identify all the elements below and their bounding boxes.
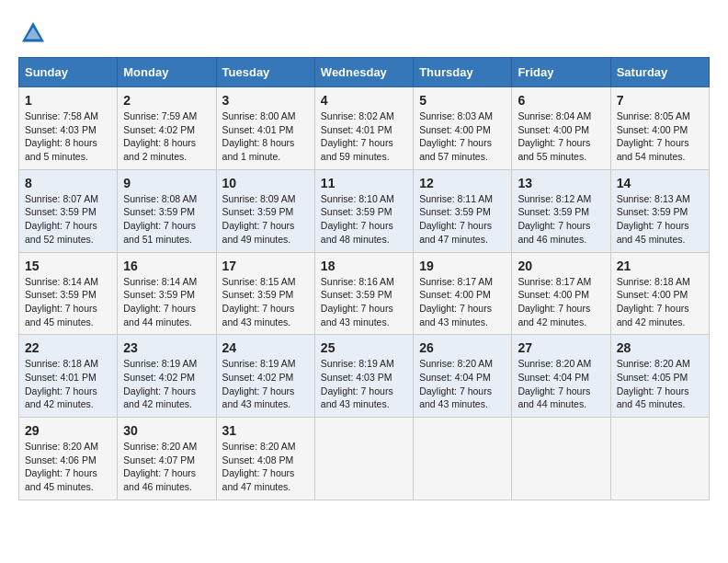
day-number: 4: [321, 93, 407, 108]
calendar-cell: 16Sunrise: 8:14 AMSunset: 3:59 PMDayligh…: [118, 252, 216, 335]
calendar-cell: 27Sunrise: 8:20 AMSunset: 4:04 PMDayligh…: [512, 335, 610, 418]
day-number: 8: [25, 176, 111, 190]
logo: [18, 18, 51, 48]
header-friday: Friday: [512, 58, 610, 87]
day-info: Sunrise: 8:15 AMSunset: 3:59 PMDaylight:…: [222, 275, 309, 329]
day-info: Sunrise: 8:08 AMSunset: 3:59 PMDaylight:…: [123, 192, 210, 247]
day-info: Sunrise: 8:20 AMSunset: 4:07 PMDaylight:…: [123, 440, 210, 494]
calendar-week-row: 22Sunrise: 8:18 AMSunset: 4:01 PMDayligh…: [19, 335, 710, 418]
logo-icon: [18, 18, 48, 48]
day-info: Sunrise: 8:09 AMSunset: 3:59 PMDaylight:…: [222, 192, 309, 247]
calendar-cell: 15Sunrise: 8:14 AMSunset: 3:59 PMDayligh…: [19, 252, 118, 335]
calendar-cell: 30Sunrise: 8:20 AMSunset: 4:07 PMDayligh…: [118, 418, 216, 500]
day-info: Sunrise: 8:19 AMSunset: 4:02 PMDaylight:…: [222, 357, 309, 411]
calendar-cell: 2Sunrise: 7:59 AMSunset: 4:02 PMDaylight…: [118, 87, 216, 170]
calendar-cell: 24Sunrise: 8:19 AMSunset: 4:02 PMDayligh…: [216, 335, 314, 418]
day-number: 22: [25, 340, 111, 355]
day-info: Sunrise: 8:14 AMSunset: 3:59 PMDaylight:…: [123, 275, 210, 329]
day-number: 24: [222, 340, 309, 355]
day-number: 12: [419, 176, 506, 190]
day-info: Sunrise: 8:04 AMSunset: 4:00 PMDaylight:…: [518, 109, 604, 164]
calendar-cell: 10Sunrise: 8:09 AMSunset: 3:59 PMDayligh…: [216, 169, 314, 252]
day-info: Sunrise: 8:20 AMSunset: 4:05 PMDaylight:…: [617, 357, 703, 411]
day-info: Sunrise: 8:05 AMSunset: 4:00 PMDaylight:…: [617, 109, 703, 164]
header-thursday: Thursday: [414, 58, 512, 87]
day-number: 16: [123, 259, 210, 273]
day-info: Sunrise: 7:58 AMSunset: 4:03 PMDaylight:…: [25, 109, 111, 164]
calendar-week-row: 1Sunrise: 7:58 AMSunset: 4:03 PMDaylight…: [19, 87, 710, 170]
day-info: Sunrise: 8:16 AMSunset: 3:59 PMDaylight:…: [321, 275, 407, 329]
day-number: 13: [518, 176, 604, 190]
day-info: Sunrise: 8:03 AMSunset: 4:00 PMDaylight:…: [419, 109, 506, 164]
day-number: 14: [617, 176, 703, 190]
day-number: 6: [518, 93, 604, 108]
day-info: Sunrise: 8:12 AMSunset: 3:59 PMDaylight:…: [518, 192, 604, 247]
calendar-cell: 22Sunrise: 8:18 AMSunset: 4:01 PMDayligh…: [19, 335, 118, 418]
day-info: Sunrise: 8:20 AMSunset: 4:08 PMDaylight:…: [222, 440, 309, 494]
day-number: 25: [321, 340, 407, 355]
calendar-cell: [314, 418, 413, 500]
calendar-week-row: 29Sunrise: 8:20 AMSunset: 4:06 PMDayligh…: [19, 418, 710, 500]
day-number: 30: [123, 423, 210, 438]
calendar-header-row: SundayMondayTuesdayWednesdayThursdayFrid…: [19, 58, 710, 87]
calendar-cell: 25Sunrise: 8:19 AMSunset: 4:03 PMDayligh…: [314, 335, 413, 418]
day-number: 2: [123, 93, 210, 108]
calendar-week-row: 15Sunrise: 8:14 AMSunset: 3:59 PMDayligh…: [19, 252, 710, 335]
day-info: Sunrise: 8:17 AMSunset: 4:00 PMDaylight:…: [419, 275, 506, 329]
calendar-cell: 20Sunrise: 8:17 AMSunset: 4:00 PMDayligh…: [512, 252, 610, 335]
day-info: Sunrise: 8:14 AMSunset: 3:59 PMDaylight:…: [25, 275, 111, 329]
day-info: Sunrise: 8:20 AMSunset: 4:04 PMDaylight:…: [419, 357, 506, 411]
calendar-cell: 9Sunrise: 8:08 AMSunset: 3:59 PMDaylight…: [118, 169, 216, 252]
calendar-cell: 11Sunrise: 8:10 AMSunset: 3:59 PMDayligh…: [314, 169, 413, 252]
calendar-cell: 28Sunrise: 8:20 AMSunset: 4:05 PMDayligh…: [610, 335, 709, 418]
header-wednesday: Wednesday: [314, 58, 413, 87]
calendar-cell: 12Sunrise: 8:11 AMSunset: 3:59 PMDayligh…: [414, 169, 512, 252]
calendar-cell: 6Sunrise: 8:04 AMSunset: 4:00 PMDaylight…: [512, 87, 610, 170]
day-number: 11: [321, 176, 407, 190]
calendar-cell: 4Sunrise: 8:02 AMSunset: 4:01 PMDaylight…: [314, 87, 413, 170]
calendar-cell: 7Sunrise: 8:05 AMSunset: 4:00 PMDaylight…: [610, 87, 709, 170]
day-number: 9: [123, 176, 210, 190]
calendar-cell: 19Sunrise: 8:17 AMSunset: 4:00 PMDayligh…: [414, 252, 512, 335]
day-info: Sunrise: 8:00 AMSunset: 4:01 PMDaylight:…: [222, 109, 309, 164]
day-number: 17: [222, 259, 309, 273]
day-info: Sunrise: 7:59 AMSunset: 4:02 PMDaylight:…: [123, 109, 210, 164]
calendar-cell: 14Sunrise: 8:13 AMSunset: 3:59 PMDayligh…: [610, 169, 709, 252]
day-info: Sunrise: 8:02 AMSunset: 4:01 PMDaylight:…: [321, 109, 407, 164]
page-header: [18, 18, 710, 48]
day-number: 21: [617, 259, 703, 273]
calendar-cell: 13Sunrise: 8:12 AMSunset: 3:59 PMDayligh…: [512, 169, 610, 252]
day-number: 3: [222, 93, 309, 108]
day-info: Sunrise: 8:18 AMSunset: 4:00 PMDaylight:…: [617, 275, 703, 329]
calendar-cell: [414, 418, 512, 500]
day-info: Sunrise: 8:10 AMSunset: 3:59 PMDaylight:…: [321, 192, 407, 247]
day-number: 23: [123, 340, 210, 355]
day-number: 29: [25, 423, 111, 438]
calendar-cell: 29Sunrise: 8:20 AMSunset: 4:06 PMDayligh…: [19, 418, 118, 500]
day-info: Sunrise: 8:11 AMSunset: 3:59 PMDaylight:…: [419, 192, 506, 247]
calendar-cell: 1Sunrise: 7:58 AMSunset: 4:03 PMDaylight…: [19, 87, 118, 170]
day-number: 7: [617, 93, 703, 108]
calendar-cell: 31Sunrise: 8:20 AMSunset: 4:08 PMDayligh…: [216, 418, 314, 500]
calendar-cell: 21Sunrise: 8:18 AMSunset: 4:00 PMDayligh…: [610, 252, 709, 335]
day-number: 5: [419, 93, 506, 108]
calendar-cell: 18Sunrise: 8:16 AMSunset: 3:59 PMDayligh…: [314, 252, 413, 335]
day-number: 18: [321, 259, 407, 273]
header-tuesday: Tuesday: [216, 58, 314, 87]
day-number: 15: [25, 259, 111, 273]
calendar-cell: [512, 418, 610, 500]
header-saturday: Saturday: [610, 58, 709, 87]
day-number: 19: [419, 259, 506, 273]
day-number: 10: [222, 176, 309, 190]
day-number: 20: [518, 259, 604, 273]
header-monday: Monday: [118, 58, 216, 87]
day-info: Sunrise: 8:07 AMSunset: 3:59 PMDaylight:…: [25, 192, 111, 247]
calendar-cell: [610, 418, 709, 500]
calendar-cell: 17Sunrise: 8:15 AMSunset: 3:59 PMDayligh…: [216, 252, 314, 335]
day-number: 27: [518, 340, 604, 355]
day-info: Sunrise: 8:17 AMSunset: 4:00 PMDaylight:…: [518, 275, 604, 329]
day-number: 28: [617, 340, 703, 355]
calendar-cell: 23Sunrise: 8:19 AMSunset: 4:02 PMDayligh…: [118, 335, 216, 418]
header-sunday: Sunday: [19, 58, 118, 87]
day-info: Sunrise: 8:18 AMSunset: 4:01 PMDaylight:…: [25, 357, 111, 411]
